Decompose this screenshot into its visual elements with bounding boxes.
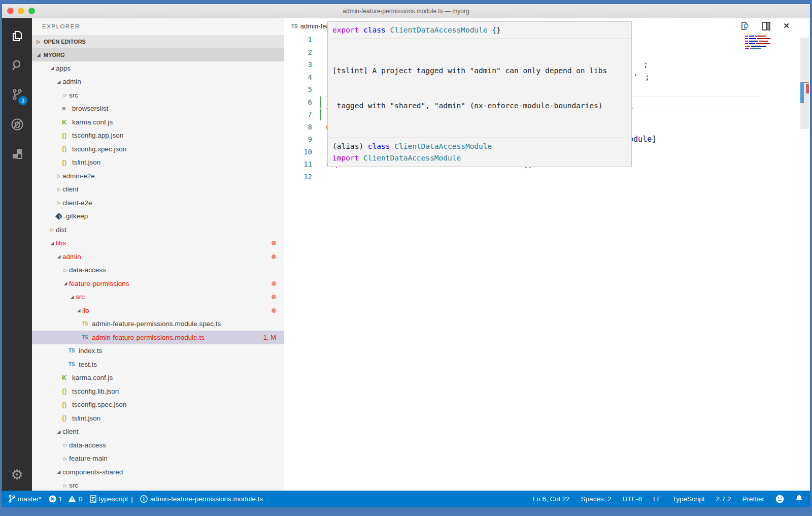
tree-item-src[interactable]: ▷src — [32, 479, 284, 491]
tree-item-admin[interactable]: ◢admin — [32, 250, 284, 264]
activity-bar: 3 ⚙ — [2, 18, 32, 491]
close-window-button[interactable] — [7, 8, 14, 14]
files-icon — [11, 29, 24, 43]
tree-item-label: karma.conf.js — [72, 118, 113, 126]
notifications-bell[interactable] — [795, 495, 803, 503]
status-eol[interactable]: LF — [653, 495, 661, 503]
activitybar-debug[interactable] — [2, 110, 32, 139]
tree-item-client[interactable]: ▷client — [32, 183, 284, 197]
tree-item-test.ts[interactable]: TStest.ts — [32, 358, 284, 371]
code-token: ClientDataAccessModule — [363, 154, 461, 162]
error-icon — [49, 495, 56, 503]
activitybar-search[interactable] — [2, 51, 32, 80]
chevron-collapsed-icon: ▷ — [55, 200, 62, 205]
tree-item-admin[interactable]: ◢admin — [32, 75, 284, 89]
tree-item-libs[interactable]: ◢libs — [32, 237, 284, 250]
open-editors-section[interactable]: ▷ OPEN EDITORS — [32, 35, 284, 48]
tree-item-tsconfig.lib.json[interactable]: {}tsconfig.lib.json — [32, 384, 284, 398]
tree-item-client[interactable]: ◢client — [32, 425, 284, 439]
editor-tab[interactable]: TS admin-feature-permissions.module.ts — [284, 22, 328, 30]
split-editor-button[interactable] — [762, 22, 770, 30]
status-indentation[interactable]: Spaces: 2 — [581, 495, 612, 503]
tree-item-index.ts[interactable]: TSindex.ts — [32, 344, 284, 358]
tree-item-admin-e2e[interactable]: ▷admin-e2e — [32, 169, 284, 183]
scrollbar[interactable] — [800, 34, 809, 491]
code-token: ; — [645, 71, 650, 84]
activitybar-settings[interactable]: ⚙ — [2, 459, 32, 491]
status-cursor-position[interactable]: Ln 6, Col 22 — [533, 495, 570, 503]
status-bar-right: Ln 6, Col 22Spaces: 2UTF-8LFTypeScript2.… — [522, 495, 803, 503]
code-line-12[interactable]: 12 — [284, 171, 810, 183]
activitybar-explorer[interactable] — [2, 21, 32, 51]
line-number: 10 — [284, 146, 312, 158]
hover-lint-message: [tslint] A project tagged with "admin" c… — [328, 39, 631, 138]
chevron-expanded-icon: ◢ — [49, 66, 56, 71]
tree-item-tsconfig.app.json[interactable]: {}tsconfig.app.json — [32, 129, 284, 143]
tree-item-label: components-shared — [62, 468, 123, 476]
chevron-collapsed-icon: ▷ — [55, 187, 62, 192]
tree-item-src[interactable]: ◢src — [32, 291, 284, 304]
tsblue-file-icon: TS — [69, 348, 79, 353]
error-dot-badge — [272, 308, 276, 313]
zoom-window-button[interactable] — [28, 8, 35, 14]
tree-item-label: admin-e2e — [62, 172, 95, 180]
activitybar-source-control[interactable]: 3 — [2, 80, 32, 110]
vscode-window: admin-feature-permissions.module.ts — my… — [2, 4, 810, 507]
scm-badge: 3 — [18, 96, 27, 105]
tree-item-components-shared[interactable]: ◢components-shared — [32, 465, 284, 479]
tree-item-browserslist[interactable]: ≡browserslist — [32, 102, 284, 116]
tree-item-tsconfig.spec.json[interactable]: {}tsconfig.spec.json — [32, 142, 284, 156]
status-separator: | — [131, 495, 133, 503]
hover-tooltip: export class ClientDataAccessModule {} [… — [327, 21, 632, 167]
search-icon — [11, 59, 24, 72]
problems-modified-badge: 1, M — [263, 334, 276, 341]
tree-item-karma.conf.js[interactable]: Kkarma.conf.js — [32, 115, 284, 129]
tree-item-tslint.json[interactable]: {}tslint.json — [32, 156, 284, 170]
workspace-root-section[interactable]: ◢ MYORG — [32, 48, 284, 61]
tree-item-src[interactable]: ▷src — [32, 88, 284, 102]
tree-item-data-access[interactable]: ▷data-access — [32, 438, 284, 452]
code-token: ClientDataAccessModule — [394, 142, 492, 150]
minimize-window-button[interactable] — [18, 8, 24, 14]
status-ts-version[interactable]: 2.7.2 — [716, 495, 731, 503]
tree-item-dist[interactable]: ▷dist — [32, 223, 284, 237]
linter-status[interactable]: typescript — [90, 495, 128, 503]
activitybar-extensions[interactable] — [2, 139, 32, 169]
status-language-mode[interactable]: TypeScript — [672, 495, 705, 503]
tree-item-tsconfig.spec.json[interactable]: {}tsconfig.spec.json — [32, 398, 284, 412]
tree-item-feature-permissions[interactable]: ◢feature-permissions — [32, 277, 284, 291]
close-editor-button[interactable]: ✕ — [783, 21, 790, 30]
tree-item-apps[interactable]: ◢apps — [32, 61, 284, 75]
tree-item-admin-feature-permissions.module.ts[interactable]: TSadmin-feature-permissions.module.ts1, … — [32, 331, 284, 344]
tree-item-karma.conf.js[interactable]: Kkarma.conf.js — [32, 371, 284, 385]
tree-item-lib[interactable]: ◢lib — [32, 304, 284, 317]
tree-item-admin-feature-permissions.module.spec.ts[interactable]: TSadmin-feature-permissions.module.spec.… — [32, 317, 284, 331]
problems-indicator[interactable]: 1 0 — [49, 495, 83, 503]
line-number: 4 — [284, 71, 312, 84]
tree-item-label: admin — [62, 253, 81, 261]
tslint-file-status[interactable]: admin-feature-permissions.module.ts — [140, 495, 263, 503]
status-formatter[interactable]: Prettier — [742, 495, 764, 503]
tree-item-data-access[interactable]: ▷data-access — [32, 264, 284, 277]
tree-item-label: tsconfig.app.json — [72, 132, 123, 139]
title-bar[interactable]: admin-feature-permissions.module.ts — my… — [2, 4, 810, 18]
feedback-smiley[interactable] — [775, 495, 784, 503]
browserslist-file-icon: ≡ — [62, 105, 72, 112]
status-encoding[interactable]: UTF-8 — [623, 495, 642, 503]
tree-item-label: client — [62, 428, 79, 435]
extensions-icon — [11, 147, 24, 160]
error-dot-badge — [272, 281, 276, 286]
branch-indicator[interactable]: master* — [8, 495, 42, 503]
json-file-icon: {} — [62, 414, 72, 422]
tree-item-label: karma.conf.js — [72, 374, 113, 381]
tree-item-client-e2e[interactable]: ▷client-e2e — [32, 196, 284, 210]
tree-item-tslint.json[interactable]: {}tslint.json — [32, 411, 284, 425]
tsblue-file-icon: TS — [69, 362, 79, 367]
minimap[interactable] — [745, 36, 779, 51]
tree-item-label: test.ts — [79, 361, 97, 368]
tree-item-feature-main[interactable]: ▷feature-main — [32, 452, 284, 466]
chevron-collapsed-icon: ▷ — [62, 456, 69, 461]
debug-disabled-icon — [10, 117, 24, 132]
open-changes-button[interactable] — [740, 21, 749, 30]
tree-item-.gitkeep[interactable]: .gitkeep — [32, 210, 284, 223]
